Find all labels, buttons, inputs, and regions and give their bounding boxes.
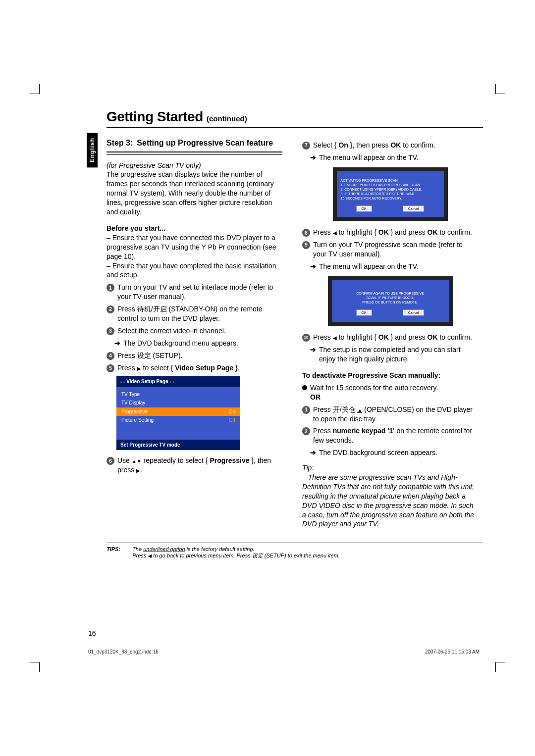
sub-text: The menu will appear on the TV. [319, 153, 419, 162]
sub-text: The setup is now completed and you can s… [319, 345, 478, 364]
step-text: Press 开/关仓 (OPEN/CLOSE) on the DVD playe… [313, 405, 478, 424]
step-rule [107, 154, 282, 155]
osd-row: TV Display [116, 399, 240, 407]
step-badge-3: 3 [107, 327, 114, 335]
step-badge-5: 5 [107, 364, 114, 372]
dialog-line: 1. ENSURE YOUR TV HAS PROGRESSIVE SCAN. [341, 183, 440, 187]
step-badge-2: 2 [302, 427, 310, 435]
step-text: Press 设定 (SETUP). [117, 351, 282, 360]
print-footer: 01_dvp3120K_93_eng2.indd 16 2007-06-25 1… [88, 649, 480, 655]
subtitle-italic: (for Progressive Scan TV only) [107, 161, 282, 170]
language-tab: English [87, 133, 98, 167]
up-arrow-icon [132, 456, 137, 464]
sub-text: The DVD background screen appears. [319, 448, 437, 457]
list-item: Wait for 15 seconds for the auto recover… [302, 383, 478, 402]
step-badge-10: 10 [302, 334, 310, 342]
page-title: Getting Started (continued) [107, 109, 478, 125]
step-badge-6: 6 [107, 457, 114, 465]
dialog-confirm: CONFIRM AGAIN TO USE PROGRESSIVE SCAN. I… [328, 276, 453, 326]
step-text: Press numeric keypad '1' on the remote c… [313, 426, 478, 445]
dialog-activating: ACTIVATING PROGRESSIVE SCAN: 1. ENSURE Y… [333, 167, 448, 221]
step-text: Select { On }, then press OK to confirm. [313, 141, 478, 150]
sub-item: ➔ The setup is now completed and you can… [310, 345, 478, 364]
list-item: 2 Press 待机/开启 (STANDBY-ON) on the remote… [107, 304, 282, 323]
sub-item: ➔ The menu will appear on the TV. [310, 153, 478, 162]
tips-body: The underlined option is the factory def… [132, 546, 340, 559]
step-text: Select the correct video-in channel. [117, 326, 282, 336]
tips-label: TIPS: [107, 546, 120, 559]
list-item: 7 Select { On }, then press OK to confir… [302, 141, 478, 150]
step-text: Press to select { Video Setup Page }. [117, 363, 282, 373]
page-number: 16 [88, 629, 96, 637]
step-text: Turn on your TV progressive scan mode (r… [313, 240, 478, 259]
manual-page: Getting Started (continued) English Step… [0, 0, 535, 756]
step-title: Setting up Progressive Scan feature [137, 138, 282, 149]
footer-file: 01_dvp3120K_93_eng2.indd 16 [88, 649, 159, 655]
list-item: 6 Use repeatedly to select { Progressive… [107, 456, 282, 475]
right-arrow-icon [136, 466, 140, 474]
step-badge-8: 8 [302, 229, 310, 237]
dialog-line: SCAN. IF PICTURE IS GOOD, [341, 296, 440, 300]
osd-header: - - Video Setup Page - - [116, 376, 240, 387]
step-text: Press to highlight { OK } and press OK t… [313, 333, 478, 342]
dialog-line: PRESS OK BUTTON ON REMOTE. [341, 300, 440, 304]
sub-item: ➔ The menu will appear on the TV. [310, 262, 478, 271]
list-item: 9 Turn on your TV progressive scan mode … [302, 240, 478, 259]
crop-mark [30, 84, 40, 94]
step-badge-1: 1 [302, 406, 310, 414]
step-text: Press 待机/开启 (STANDBY-ON) on the remote c… [117, 304, 282, 323]
list-item: 5 Press to select { Video Setup Page }. [107, 363, 282, 373]
osd-row-selected: ProgressiveOn [116, 407, 240, 416]
left-column: Step 3: Setting up Progressive Scan feat… [107, 138, 282, 529]
dialog-line: 2. CONNECT USING YPBPR (GBR) VIDEO CABLE… [341, 187, 440, 192]
dialog-line: CONFIRM AGAIN TO USE PROGRESSIVE [341, 291, 440, 296]
sub-text: The menu will appear on the TV. [319, 262, 419, 271]
dialog-line: ACTIVATING PROGRESSIVE SCAN: [341, 178, 440, 183]
intro-para: The progressive scan displays twice the … [107, 170, 282, 216]
sub-item: ➔ The DVD background menu appears. [114, 339, 282, 348]
down-arrow-icon [137, 456, 142, 464]
dialog-ok-button: OK [356, 309, 372, 316]
step-text: Use repeatedly to select { Progressive }… [117, 456, 282, 475]
osd-body: TV Type TV Display ProgressiveOn Picture… [116, 387, 240, 440]
arrow-icon: ➔ [310, 448, 316, 457]
dialog-cancel-button: Cancel [403, 205, 425, 212]
step-badge-1: 1 [107, 284, 114, 292]
step-badge-4: 4 [107, 352, 114, 360]
arrow-icon: ➔ [310, 345, 316, 364]
before-item: – Ensure that you have completed the bas… [107, 261, 282, 280]
tip-text: – There are some progressive scan TVs an… [302, 473, 478, 529]
footer-date: 2007-06-25 11:15:03 AM [425, 649, 480, 655]
osd-menu: - - Video Setup Page - - TV Type TV Disp… [116, 376, 240, 450]
dialog-ok-button: OK [356, 205, 372, 212]
osd-row: Picture SettingOff [116, 416, 240, 425]
tip-label: Tip: [302, 463, 478, 473]
osd-row: TV Type [116, 390, 240, 399]
tips-footer: TIPS: The underlined option is the facto… [107, 543, 483, 559]
step-number: Step 3: [107, 138, 133, 149]
deactivate-heading: To deactivate Progressive Scan manually: [302, 371, 478, 380]
list-item: 3 Select the correct video-in channel. [107, 326, 282, 336]
arrow-icon: ➔ [114, 339, 120, 348]
dialog-cancel-button: Cancel [403, 309, 425, 316]
crop-mark [495, 662, 505, 672]
dialog-line: 15 SECONDS FOR AUTO RECOVERY. [341, 196, 440, 201]
step-heading: Step 3: Setting up Progressive Scan feat… [107, 138, 282, 152]
list-item: 2 Press numeric keypad '1' on the remote… [302, 426, 478, 445]
right-column: 7 Select { On }, then press OK to confir… [302, 138, 478, 529]
right-arrow-icon [137, 364, 141, 372]
osd-footer: Set Progressive TV mode [116, 440, 240, 451]
step-text: Press to highlight { OK } and press OK t… [313, 228, 478, 237]
step-text: Wait for 15 seconds for the auto recover… [310, 383, 478, 402]
before-item: – Ensure that you have connected this DV… [107, 233, 282, 261]
title-continued: (continued) [207, 114, 247, 123]
step-badge-2: 2 [107, 305, 114, 313]
step-badge-7: 7 [302, 142, 310, 150]
arrow-icon: ➔ [310, 262, 316, 271]
arrow-icon: ➔ [310, 153, 316, 162]
left-arrow-icon [333, 228, 337, 236]
crop-mark [30, 662, 40, 672]
list-item: 1 Press 开/关仓 (OPEN/CLOSE) on the DVD pla… [302, 405, 478, 424]
list-item: 4 Press 设定 (SETUP). [107, 351, 282, 360]
sub-text: The DVD background menu appears. [123, 339, 238, 348]
